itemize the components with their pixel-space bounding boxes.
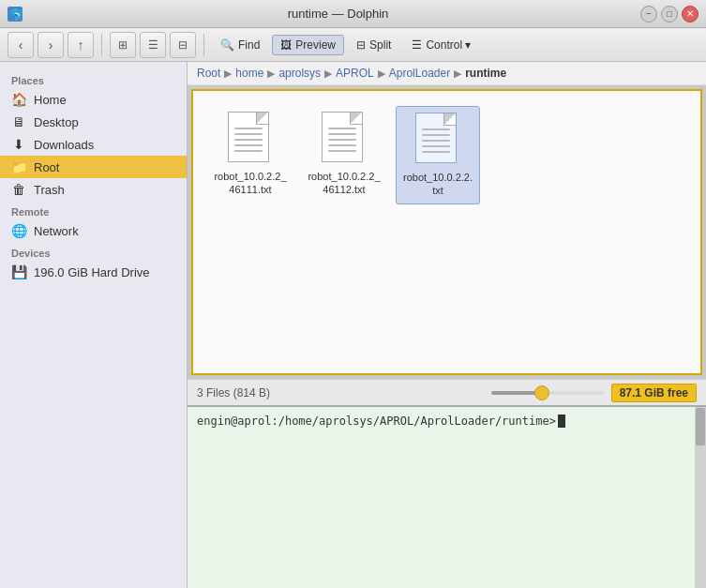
menu-icon: ☰: [412, 38, 422, 52]
downloads-icon: ⬇: [11, 137, 26, 152]
control-label: Control ▾: [426, 38, 471, 52]
file-lines-2: [328, 128, 356, 156]
find-label: Find: [238, 38, 260, 52]
file-label-3: robot_10.0.2.2.txt: [402, 171, 473, 198]
file-line: [234, 133, 263, 135]
toolbar-separator-2: [203, 34, 204, 56]
sidebar-item-root[interactable]: 📁 Root: [0, 156, 187, 178]
sidebar-item-home-label: Home: [34, 93, 67, 107]
window-controls[interactable]: − □ ✕: [640, 6, 698, 23]
sidebar: Places 🏠 Home 🖥 Desktop ⬇ Downloads 📁 Ro…: [0, 62, 188, 588]
content-area: Places 🏠 Home 🖥 Desktop ⬇ Downloads 📁 Ro…: [0, 62, 706, 588]
harddrive-icon: 💾: [11, 264, 26, 279]
sidebar-item-home[interactable]: 🏠 Home: [0, 88, 187, 111]
statusbar: 3 Files (814 B) 87.1 GiB free: [188, 379, 706, 405]
find-button[interactable]: 🔍 Find: [212, 35, 268, 55]
file-line: [422, 134, 450, 136]
places-section-label: Places: [0, 69, 187, 88]
file-label-1: robot_10.0.2.2_46111.txt: [214, 170, 287, 197]
close-button[interactable]: ✕: [682, 6, 698, 23]
breadcrumb-aprolsys[interactable]: aprolsys: [278, 67, 321, 80]
preview-icon: 🖼: [280, 38, 292, 52]
sidebar-item-trash-label: Trash: [34, 183, 65, 197]
network-icon: 🌐: [11, 223, 26, 238]
sidebar-item-harddrive[interactable]: 💾 196.0 GiB Hard Drive: [0, 261, 187, 283]
trash-icon: 🗑: [11, 182, 26, 197]
file-line: [328, 133, 356, 135]
toolbar: ‹ › ↑ ⊞ ☰ ⊟ 🔍 Find 🖼 Preview ⊟ Split ☰ C…: [0, 28, 706, 62]
file-paper-3: [415, 113, 457, 163]
file-line: [328, 139, 356, 141]
file-label-2: robot_10.0.2.2_46112.txt: [308, 170, 381, 197]
breadcrumb-current: runtime: [465, 67, 506, 80]
file-icon-1: [228, 112, 273, 164]
file-paper-1: [228, 112, 269, 162]
sidebar-item-downloads[interactable]: ⬇ Downloads: [0, 133, 187, 156]
titlebar: 🐬 runtime — Dolphin − □ ✕: [0, 0, 706, 28]
file-line: [422, 140, 450, 142]
breadcrumb-aprol[interactable]: APROL: [336, 67, 374, 80]
up-button[interactable]: ↑: [68, 32, 94, 58]
free-space-badge: 87.1 GiB free: [611, 384, 697, 402]
sidebar-item-harddrive-label: 196.0 GiB Hard Drive: [34, 265, 150, 279]
file-icon-3: [415, 113, 460, 165]
search-icon: 🔍: [220, 38, 234, 52]
file-line: [234, 139, 263, 141]
file-line: [234, 150, 263, 152]
split-button[interactable]: ⊟ Split: [348, 35, 399, 55]
sidebar-item-downloads-label: Downloads: [34, 138, 94, 152]
sidebar-item-network[interactable]: 🌐 Network: [0, 219, 187, 242]
minimize-button[interactable]: −: [640, 6, 657, 23]
terminal-prompt-text: engin@aprol:/home/aprolsys/APROL/AprolLo…: [197, 415, 556, 428]
back-button[interactable]: ‹: [8, 32, 34, 58]
titlebar-left: 🐬: [8, 7, 36, 22]
right-panel: Root ▶ home ▶ aprolsys ▶ APROL ▶ AprolLo…: [188, 62, 706, 588]
file-icon-2: [322, 112, 367, 164]
sidebar-item-trash[interactable]: 🗑 Trash: [0, 178, 187, 201]
compact-view-button[interactable]: ⊟: [170, 32, 196, 58]
sidebar-item-root-label: Root: [34, 160, 59, 174]
file-line: [328, 150, 356, 152]
control-button[interactable]: ☰ Control ▾: [403, 35, 479, 55]
breadcrumb-aprolloader[interactable]: AprolLoader: [389, 67, 450, 80]
preview-button[interactable]: 🖼 Preview: [272, 35, 344, 55]
file-line: [422, 128, 450, 130]
file-item-1[interactable]: robot_10.0.2.2_46111.txt: [208, 106, 293, 204]
sidebar-item-desktop-label: Desktop: [34, 115, 79, 129]
breadcrumb-sep-3: ▶: [324, 68, 332, 80]
terminal-scrollbar-thumb[interactable]: [696, 408, 705, 445]
terminal-scrollbar[interactable]: [695, 407, 706, 588]
preview-label: Preview: [295, 38, 336, 52]
file-line: [422, 145, 450, 147]
list-view-button[interactable]: ☰: [140, 32, 166, 58]
breadcrumb-root[interactable]: Root: [197, 67, 220, 80]
terminal-cursor: [558, 415, 565, 428]
breadcrumb-home[interactable]: home: [235, 67, 263, 80]
file-item-2[interactable]: robot_10.0.2.2_46112.txt: [302, 106, 386, 204]
remote-section-label: Remote: [0, 201, 187, 219]
file-paper-2: [322, 112, 363, 162]
home-icon: 🏠: [11, 92, 26, 107]
breadcrumb-sep-2: ▶: [267, 68, 275, 80]
icon-view-button[interactable]: ⊞: [110, 32, 136, 58]
terminal[interactable]: engin@aprol:/home/aprolsys/APROL/AprolLo…: [188, 405, 706, 588]
breadcrumb: Root ▶ home ▶ aprolsys ▶ APROL ▶ AprolLo…: [188, 62, 706, 85]
breadcrumb-sep-5: ▶: [454, 68, 461, 80]
file-line: [234, 128, 263, 129]
desktop-icon: 🖥: [11, 114, 26, 129]
file-lines-3: [422, 128, 450, 157]
dolphin-icon: 🐬: [8, 7, 23, 22]
file-count-label: 3 Files (814 B): [197, 386, 270, 400]
file-lines-1: [234, 128, 263, 156]
sidebar-item-desktop[interactable]: 🖥 Desktop: [0, 111, 187, 133]
sidebar-item-network-label: Network: [34, 224, 79, 238]
zoom-slider[interactable]: [491, 391, 604, 395]
file-item-3[interactable]: robot_10.0.2.2.txt: [396, 106, 480, 204]
file-line: [328, 144, 356, 146]
maximize-button[interactable]: □: [661, 6, 678, 23]
terminal-prompt-line: engin@aprol:/home/aprolsys/APROL/AprolLo…: [197, 415, 697, 428]
split-icon: ⊟: [356, 38, 366, 52]
breadcrumb-sep-4: ▶: [378, 68, 385, 80]
forward-button[interactable]: ›: [38, 32, 64, 58]
files-grid: robot_10.0.2.2_46111.txt: [191, 89, 702, 375]
